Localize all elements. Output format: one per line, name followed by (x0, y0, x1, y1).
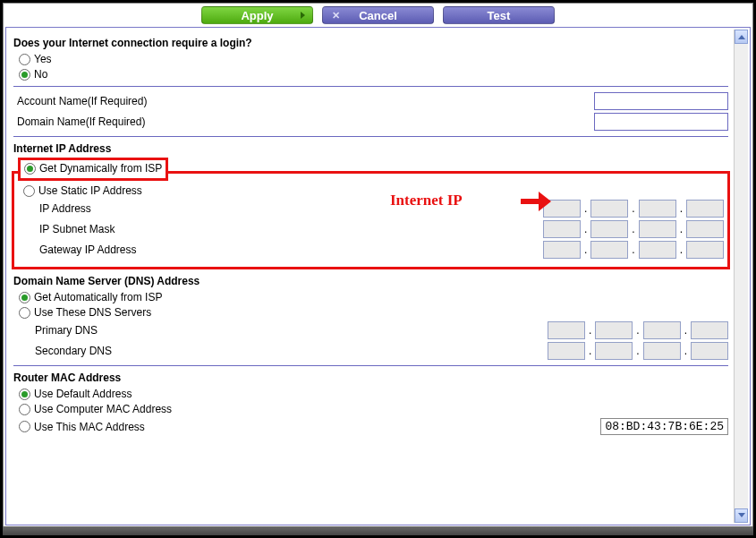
gateway-octet-1[interactable] (543, 241, 581, 259)
dns-heading: Domain Name Server (DNS) Address (13, 275, 728, 287)
ip-heading: Internet IP Address (13, 142, 728, 155)
ip-address-octet-4[interactable] (686, 200, 724, 218)
primary-dns-fields: . . . (548, 321, 728, 339)
mac-this-radio[interactable] (19, 421, 30, 432)
test-button[interactable]: Test (443, 6, 555, 24)
secondary-dns-octet-1[interactable] (548, 342, 585, 360)
secondary-dns-octet-3[interactable] (643, 342, 681, 360)
apply-label: Apply (241, 9, 273, 22)
dns-auto-radio[interactable] (19, 292, 30, 303)
status-bar (3, 526, 753, 535)
ip-static-radio[interactable] (23, 185, 35, 197)
annotation-arrow-icon (521, 193, 556, 209)
login-yes-label: Yes (34, 53, 52, 65)
account-name-input[interactable] (594, 92, 728, 110)
secondary-dns-octet-2[interactable] (595, 342, 633, 360)
ip-address-octet-2[interactable] (590, 200, 628, 218)
secondary-dns-octet-4[interactable] (691, 342, 728, 360)
apply-button[interactable]: Apply (201, 6, 313, 24)
cancel-label: Cancel (359, 9, 397, 22)
mac-default-radio[interactable] (19, 389, 30, 400)
toolbar: Apply ✕ Cancel Test (4, 4, 752, 25)
login-no-label: No (34, 68, 47, 81)
subnet-octet-1[interactable] (543, 220, 581, 238)
subnet-fields: . . . (543, 220, 724, 238)
subnet-octet-4[interactable] (686, 220, 724, 238)
gateway-octet-2[interactable] (590, 241, 628, 259)
ip-static-label: Use Static IP Address (38, 184, 142, 197)
annotation-selected-option-box: Get Dynamically from ISP (18, 158, 168, 181)
subnet-label: IP Subnet Mask (39, 223, 115, 235)
ip-dynamic-label: Get Dynamically from ISP (39, 162, 162, 175)
ip-address-fields: . . . (543, 200, 724, 218)
login-no-radio[interactable] (19, 69, 30, 81)
dns-auto-label: Get Automatically from ISP (34, 291, 162, 303)
dns-manual-label: Use These DNS Servers (34, 306, 151, 319)
mac-computer-radio[interactable] (19, 404, 30, 415)
ip-dynamic-radio[interactable] (24, 163, 36, 175)
vertical-scrollbar[interactable] (734, 30, 748, 523)
dns-manual-radio[interactable] (19, 307, 30, 319)
ip-address-label: IP Address (39, 202, 91, 215)
mac-this-label: Use This MAC Address (34, 421, 145, 433)
gateway-octet-4[interactable] (686, 241, 724, 259)
subnet-octet-2[interactable] (590, 220, 628, 238)
close-icon: ✕ (332, 10, 340, 21)
mac-address-value[interactable]: 08:BD:43:7B:6E:25 (600, 418, 728, 435)
primary-dns-octet-3[interactable] (643, 321, 681, 339)
gateway-octet-3[interactable] (639, 241, 676, 259)
mac-default-label: Use Default Address (34, 388, 132, 400)
divider (13, 136, 728, 137)
mac-heading: Router MAC Address (13, 371, 728, 384)
secondary-dns-fields: . . . (548, 342, 728, 360)
scroll-up-button[interactable] (735, 30, 748, 44)
scroll-down-button[interactable] (735, 508, 748, 523)
primary-dns-octet-2[interactable] (595, 321, 633, 339)
secondary-dns-label: Secondary DNS (35, 345, 112, 357)
login-question: Does your Internet connection require a … (13, 37, 728, 49)
divider (13, 365, 728, 366)
domain-name-label: Domain Name(If Required) (13, 115, 145, 128)
cancel-button[interactable]: ✕ Cancel (322, 6, 434, 24)
ip-address-octet-3[interactable] (639, 200, 676, 218)
gateway-fields: . . . (543, 241, 724, 259)
primary-dns-label: Primary DNS (35, 324, 98, 337)
account-name-label: Account Name(If Required) (13, 95, 147, 107)
annotation-label: Internet IP (390, 192, 463, 209)
subnet-octet-3[interactable] (639, 220, 676, 238)
gateway-label: Gateway IP Address (39, 243, 137, 256)
primary-dns-octet-1[interactable] (548, 321, 585, 339)
divider (13, 86, 728, 87)
login-yes-radio[interactable] (19, 54, 30, 65)
mac-computer-label: Use Computer MAC Address (34, 403, 172, 415)
annotation-internet-ip-box: Get Dynamically from ISP Use Static IP A… (12, 171, 730, 269)
primary-dns-octet-4[interactable] (691, 321, 728, 339)
domain-name-input[interactable] (594, 113, 728, 131)
settings-panel: Does your Internet connection require a … (8, 30, 734, 523)
test-label: Test (488, 9, 511, 22)
